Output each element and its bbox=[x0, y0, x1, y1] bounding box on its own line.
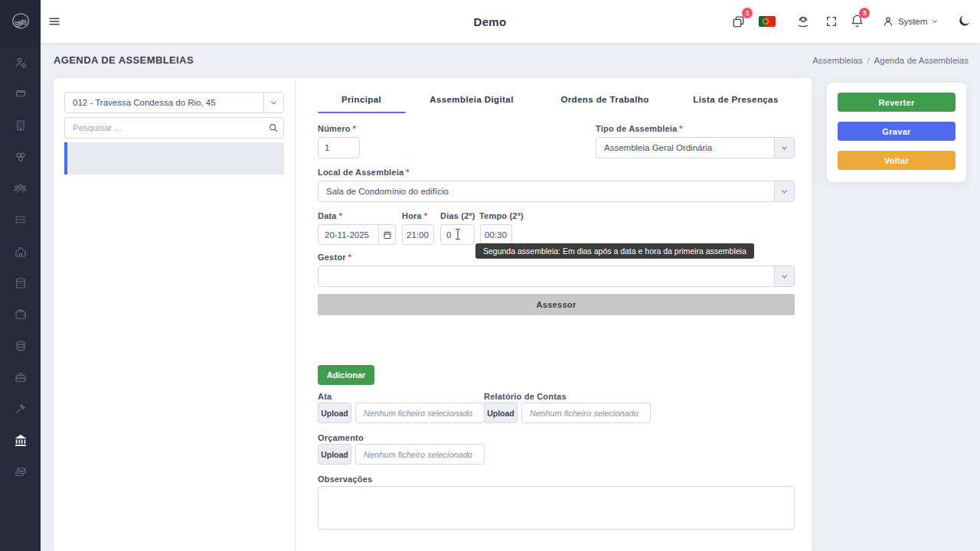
user-menu[interactable]: System bbox=[882, 15, 939, 28]
sidebar-item-home[interactable] bbox=[0, 238, 41, 266]
orcamento-upload-button[interactable]: Upload bbox=[318, 444, 351, 465]
sidebar-item-wallet[interactable] bbox=[0, 301, 41, 328]
local-assembleia-label: Local de Assembleia* bbox=[318, 168, 410, 177]
required-marker: * bbox=[406, 168, 409, 177]
search-input[interactable] bbox=[65, 118, 264, 138]
copy-badge: 1 bbox=[742, 8, 753, 18]
gestor-chevron[interactable] bbox=[774, 266, 794, 286]
portugal-flag-icon bbox=[759, 16, 776, 27]
user-icon bbox=[882, 15, 894, 28]
orcamento-file-field[interactable]: Nenhum ficheiro selecionado bbox=[355, 444, 485, 465]
sidebar-nav bbox=[0, 43, 41, 551]
ata-upload-button[interactable]: Upload bbox=[318, 403, 351, 423]
tempo-input[interactable] bbox=[480, 224, 512, 245]
logo-icon bbox=[9, 10, 32, 33]
sidebar-item-user-settings[interactable] bbox=[0, 49, 41, 77]
app-logo[interactable] bbox=[0, 0, 41, 43]
support-agent-icon bbox=[795, 14, 811, 29]
tab-ordens-de-trabalho[interactable]: Ordens de Trabalho bbox=[560, 95, 648, 104]
sidebar-item-tasks[interactable] bbox=[0, 206, 41, 233]
tipo-assembleia-select[interactable]: Assembleia Geral Ordinária bbox=[596, 137, 795, 158]
sidebar-item-finance[interactable] bbox=[0, 332, 41, 360]
tempo-label: Tempo (2ª) bbox=[479, 211, 524, 220]
local-assembleia-select[interactable]: Sala de Condomínio do edifício bbox=[318, 181, 795, 202]
building-selector-chevron[interactable] bbox=[263, 93, 283, 112]
reverter-button[interactable]: Reverter bbox=[838, 93, 956, 112]
sidebar-item-modules[interactable] bbox=[0, 143, 41, 171]
sidebar-item-assemblies[interactable] bbox=[0, 427, 41, 455]
orcamento-label: Orçamento bbox=[318, 433, 364, 442]
breadcrumb-current: Agenda de Assembleias bbox=[874, 56, 969, 65]
adicionar-button[interactable]: Adicionar bbox=[318, 365, 374, 385]
search-icon[interactable] bbox=[264, 122, 283, 133]
top-bar: Demo 1 bbox=[0, 0, 980, 43]
breadcrumb: Assembleias / Agenda de Assembleias bbox=[812, 56, 969, 65]
local-assembleia-value: Sala de Condomínio do edifício bbox=[318, 187, 774, 196]
toolbox-icon bbox=[14, 370, 28, 384]
tipo-assembleia-chevron[interactable] bbox=[774, 138, 794, 158]
hamburger-menu-button[interactable] bbox=[47, 15, 61, 28]
dias-label: Dias (2ª) bbox=[440, 211, 475, 220]
sidebar-item-toolbox[interactable] bbox=[0, 364, 41, 391]
dias-tooltip: Segunda assembleia: Em dias após a data … bbox=[475, 243, 754, 259]
relatorio-upload-button[interactable]: Upload bbox=[484, 403, 518, 423]
cubes-icon bbox=[14, 150, 28, 164]
tipo-assembleia-value: Assembleia Geral Ordinária bbox=[596, 143, 774, 152]
tab-lista-de-presencas[interactable]: Lista de Presenças bbox=[693, 95, 778, 104]
calendar-icon bbox=[383, 230, 392, 240]
gravar-button[interactable]: Gravar bbox=[838, 122, 956, 141]
hamburger-icon bbox=[47, 15, 61, 28]
numero-input[interactable] bbox=[318, 137, 360, 158]
hora-input[interactable] bbox=[402, 224, 434, 245]
sidebar-item-calculator[interactable] bbox=[0, 269, 41, 297]
sidebar-item-people[interactable] bbox=[0, 174, 41, 202]
notifications-badge: 3 bbox=[859, 8, 870, 18]
language-flag-button[interactable] bbox=[759, 16, 776, 27]
support-button[interactable] bbox=[795, 14, 811, 29]
data-input[interactable] bbox=[318, 224, 379, 245]
observacoes-textarea[interactable] bbox=[318, 486, 795, 530]
people-group-icon bbox=[13, 181, 28, 196]
required-marker: * bbox=[424, 211, 427, 220]
panel-divider bbox=[295, 78, 296, 551]
bench-icon bbox=[14, 86, 28, 100]
search-box bbox=[64, 117, 284, 139]
building-selector[interactable]: 012 - Travessa Condessa do Rio, 45 bbox=[64, 92, 284, 113]
data-input-group bbox=[318, 224, 396, 245]
relatorio-contas-label: Relatório de Contas bbox=[484, 392, 567, 401]
wallet-icon bbox=[14, 308, 28, 321]
gestor-label: Gestor* bbox=[318, 253, 351, 262]
sidebar-item-legal[interactable] bbox=[0, 395, 41, 422]
user-gear-icon bbox=[14, 56, 28, 70]
actions-card: Reverter Gravar Voltar bbox=[827, 83, 966, 182]
assembly-list-item-selected[interactable] bbox=[64, 142, 284, 174]
dark-mode-toggle[interactable] bbox=[957, 14, 972, 28]
sidebar-item-furniture[interactable] bbox=[0, 80, 41, 107]
tab-principal[interactable]: Principal bbox=[341, 95, 381, 104]
mail-stack-icon bbox=[14, 465, 28, 479]
relatorio-file-field[interactable]: Nenhum ficheiro selecionado bbox=[521, 403, 651, 423]
calendar-button[interactable] bbox=[379, 224, 396, 245]
fullscreen-icon bbox=[825, 15, 838, 28]
required-marker: * bbox=[348, 253, 351, 262]
observacoes-label: Observações bbox=[318, 474, 372, 484]
gestor-select[interactable] bbox=[318, 266, 795, 287]
task-list-icon bbox=[14, 213, 28, 227]
text-cursor bbox=[455, 228, 461, 240]
coins-icon bbox=[14, 339, 28, 353]
required-marker: * bbox=[339, 211, 342, 220]
chevron-down-icon bbox=[270, 99, 278, 107]
chevron-down-icon bbox=[931, 18, 939, 25]
local-assembleia-chevron[interactable] bbox=[774, 181, 794, 201]
required-marker: * bbox=[353, 124, 356, 133]
sidebar-item-building[interactable] bbox=[0, 112, 41, 139]
fullscreen-button[interactable] bbox=[825, 15, 838, 28]
assessor-section-header: Assessor bbox=[318, 294, 795, 315]
required-marker: * bbox=[679, 124, 682, 133]
sidebar-item-correspondence[interactable] bbox=[0, 458, 41, 486]
voltar-button[interactable]: Voltar bbox=[838, 151, 956, 170]
breadcrumb-parent[interactable]: Assembleias bbox=[812, 56, 862, 65]
ata-file-field[interactable]: Nenhum ficheiro selecionado bbox=[355, 403, 485, 423]
tab-assembleia-digital[interactable]: Assembleia Digital bbox=[430, 95, 513, 104]
building-icon bbox=[14, 119, 28, 132]
